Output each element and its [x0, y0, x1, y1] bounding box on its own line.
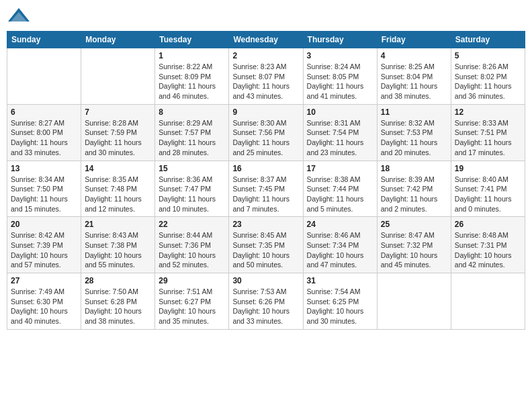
day-info: Sunrise: 8:40 AM Sunset: 7:41 PM Dayligh… [455, 175, 521, 214]
calendar-week-row: 1Sunrise: 8:22 AM Sunset: 8:09 PM Daylig… [7, 48, 525, 105]
day-info: Sunrise: 8:38 AM Sunset: 7:44 PM Dayligh… [307, 175, 373, 214]
day-number: 22 [159, 220, 225, 229]
calendar-header-thursday: Thursday [303, 32, 377, 48]
day-number: 16 [232, 164, 299, 173]
calendar-header-row: SundayMondayTuesdayWednesdayThursdayFrid… [7, 32, 525, 48]
calendar-header-sunday: Sunday [7, 32, 81, 48]
calendar-week-row: 13Sunrise: 8:34 AM Sunset: 7:50 PM Dayli… [7, 161, 525, 217]
day-number: 25 [381, 220, 447, 229]
day-number: 31 [307, 276, 373, 285]
calendar-header-friday: Friday [377, 32, 451, 48]
day-info: Sunrise: 8:43 AM Sunset: 7:38 PM Dayligh… [85, 230, 151, 270]
day-number: 11 [381, 107, 447, 117]
calendar-week-row: 6Sunrise: 8:27 AM Sunset: 8:00 PM Daylig… [7, 104, 525, 161]
day-info: Sunrise: 7:53 AM Sunset: 6:26 PM Dayligh… [232, 287, 299, 326]
day-info: Sunrise: 8:24 AM Sunset: 8:05 PM Dayligh… [307, 62, 373, 101]
day-number: 3 [307, 51, 373, 60]
calendar-header-monday: Monday [81, 32, 155, 48]
calendar-cell: 17Sunrise: 8:38 AM Sunset: 7:44 PM Dayli… [303, 161, 377, 217]
calendar-cell: 7Sunrise: 8:28 AM Sunset: 7:59 PM Daylig… [81, 104, 155, 161]
day-number: 21 [85, 220, 151, 229]
calendar-cell: 30Sunrise: 7:53 AM Sunset: 6:26 PM Dayli… [229, 273, 303, 330]
calendar-header-tuesday: Tuesday [155, 32, 229, 48]
logo-icon [7, 7, 31, 26]
calendar-cell [81, 48, 155, 105]
day-info: Sunrise: 8:45 AM Sunset: 7:35 PM Dayligh… [232, 230, 299, 270]
day-number: 6 [11, 107, 77, 117]
day-number: 30 [232, 276, 299, 285]
calendar-cell: 5Sunrise: 8:26 AM Sunset: 8:02 PM Daylig… [451, 48, 525, 105]
day-info: Sunrise: 7:50 AM Sunset: 6:28 PM Dayligh… [85, 287, 151, 326]
calendar-header-saturday: Saturday [451, 32, 525, 48]
calendar-cell: 6Sunrise: 8:27 AM Sunset: 8:00 PM Daylig… [7, 104, 81, 161]
calendar-cell: 27Sunrise: 7:49 AM Sunset: 6:30 PM Dayli… [7, 273, 81, 330]
calendar-cell: 22Sunrise: 8:44 AM Sunset: 7:36 PM Dayli… [155, 217, 229, 273]
day-number: 27 [11, 276, 77, 285]
day-number: 26 [455, 220, 521, 229]
calendar-cell: 18Sunrise: 8:39 AM Sunset: 7:42 PM Dayli… [377, 161, 451, 217]
calendar-cell: 16Sunrise: 8:37 AM Sunset: 7:45 PM Dayli… [229, 161, 303, 217]
calendar-cell: 15Sunrise: 8:36 AM Sunset: 7:47 PM Dayli… [155, 161, 229, 217]
day-info: Sunrise: 8:42 AM Sunset: 7:39 PM Dayligh… [11, 230, 77, 270]
day-info: Sunrise: 8:25 AM Sunset: 8:04 PM Dayligh… [381, 62, 447, 101]
day-info: Sunrise: 7:51 AM Sunset: 6:27 PM Dayligh… [159, 287, 225, 326]
day-number: 2 [232, 51, 299, 60]
day-info: Sunrise: 8:27 AM Sunset: 8:00 PM Dayligh… [11, 118, 77, 158]
day-number: 24 [307, 220, 373, 229]
day-info: Sunrise: 8:46 AM Sunset: 7:34 PM Dayligh… [307, 230, 373, 270]
calendar-cell: 26Sunrise: 8:48 AM Sunset: 7:31 PM Dayli… [451, 217, 525, 273]
calendar-cell: 24Sunrise: 8:46 AM Sunset: 7:34 PM Dayli… [303, 217, 377, 273]
day-number: 12 [455, 107, 521, 117]
day-info: Sunrise: 7:54 AM Sunset: 6:25 PM Dayligh… [307, 287, 373, 326]
day-number: 9 [232, 107, 299, 117]
calendar-cell: 9Sunrise: 8:30 AM Sunset: 7:56 PM Daylig… [229, 104, 303, 161]
day-info: Sunrise: 8:31 AM Sunset: 7:54 PM Dayligh… [307, 118, 373, 158]
calendar-cell: 4Sunrise: 8:25 AM Sunset: 8:04 PM Daylig… [377, 48, 451, 105]
calendar-cell: 12Sunrise: 8:33 AM Sunset: 7:51 PM Dayli… [451, 104, 525, 161]
calendar-cell: 28Sunrise: 7:50 AM Sunset: 6:28 PM Dayli… [81, 273, 155, 330]
day-info: Sunrise: 8:33 AM Sunset: 7:51 PM Dayligh… [455, 118, 521, 158]
calendar-cell [451, 273, 525, 330]
calendar-cell [377, 273, 451, 330]
calendar-cell: 8Sunrise: 8:29 AM Sunset: 7:57 PM Daylig… [155, 104, 229, 161]
day-info: Sunrise: 8:34 AM Sunset: 7:50 PM Dayligh… [11, 175, 77, 214]
day-number: 1 [159, 51, 225, 60]
day-info: Sunrise: 8:26 AM Sunset: 8:02 PM Dayligh… [455, 62, 521, 101]
calendar-cell: 25Sunrise: 8:47 AM Sunset: 7:32 PM Dayli… [377, 217, 451, 273]
day-info: Sunrise: 8:37 AM Sunset: 7:45 PM Dayligh… [232, 175, 299, 214]
day-number: 15 [159, 164, 225, 173]
calendar-cell: 10Sunrise: 8:31 AM Sunset: 7:54 PM Dayli… [303, 104, 377, 161]
day-number: 8 [159, 107, 225, 117]
calendar-cell: 31Sunrise: 7:54 AM Sunset: 6:25 PM Dayli… [303, 273, 377, 330]
calendar-cell: 14Sunrise: 8:35 AM Sunset: 7:48 PM Dayli… [81, 161, 155, 217]
day-info: Sunrise: 8:29 AM Sunset: 7:57 PM Dayligh… [159, 118, 225, 158]
day-number: 14 [85, 164, 151, 173]
day-number: 18 [381, 164, 447, 173]
calendar-header-wednesday: Wednesday [229, 32, 303, 48]
day-info: Sunrise: 8:32 AM Sunset: 7:53 PM Dayligh… [381, 118, 447, 158]
day-number: 19 [455, 164, 521, 173]
day-number: 7 [85, 107, 151, 117]
page-header [7, 7, 525, 26]
day-info: Sunrise: 8:36 AM Sunset: 7:47 PM Dayligh… [159, 175, 225, 214]
day-info: Sunrise: 8:35 AM Sunset: 7:48 PM Dayligh… [85, 175, 151, 214]
day-info: Sunrise: 8:28 AM Sunset: 7:59 PM Dayligh… [85, 118, 151, 158]
day-number: 17 [307, 164, 373, 173]
calendar-cell: 13Sunrise: 8:34 AM Sunset: 7:50 PM Dayli… [7, 161, 81, 217]
calendar-cell: 23Sunrise: 8:45 AM Sunset: 7:35 PM Dayli… [229, 217, 303, 273]
day-info: Sunrise: 8:23 AM Sunset: 8:07 PM Dayligh… [232, 62, 299, 101]
calendar-cell: 2Sunrise: 8:23 AM Sunset: 8:07 PM Daylig… [229, 48, 303, 105]
day-number: 20 [11, 220, 77, 229]
calendar-table: SundayMondayTuesdayWednesdayThursdayFrid… [7, 31, 525, 330]
day-info: Sunrise: 8:22 AM Sunset: 8:09 PM Dayligh… [159, 62, 225, 101]
calendar-cell: 19Sunrise: 8:40 AM Sunset: 7:41 PM Dayli… [451, 161, 525, 217]
day-info: Sunrise: 8:47 AM Sunset: 7:32 PM Dayligh… [381, 230, 447, 270]
calendar-cell: 20Sunrise: 8:42 AM Sunset: 7:39 PM Dayli… [7, 217, 81, 273]
day-number: 10 [307, 107, 373, 117]
calendar-cell: 3Sunrise: 8:24 AM Sunset: 8:05 PM Daylig… [303, 48, 377, 105]
calendar-cell: 11Sunrise: 8:32 AM Sunset: 7:53 PM Dayli… [377, 104, 451, 161]
day-info: Sunrise: 8:44 AM Sunset: 7:36 PM Dayligh… [159, 230, 225, 270]
day-info: Sunrise: 7:49 AM Sunset: 6:30 PM Dayligh… [11, 287, 77, 326]
calendar-week-row: 20Sunrise: 8:42 AM Sunset: 7:39 PM Dayli… [7, 217, 525, 273]
day-number: 4 [381, 51, 447, 60]
